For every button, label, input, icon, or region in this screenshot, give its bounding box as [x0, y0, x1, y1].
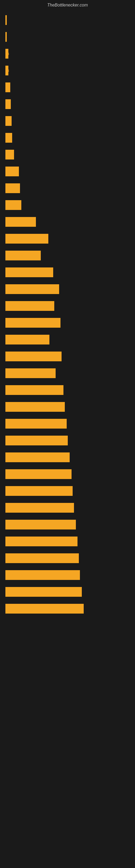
bar-label: Bo [7, 153, 11, 157]
bar [5, 15, 7, 25]
bar-label: Bott [7, 203, 13, 207]
bar: Bottleneck result [5, 453, 70, 462]
bar: Bottleneck result [5, 486, 73, 496]
bar-label: Bottleneck re [7, 338, 27, 342]
bar: Bo [5, 150, 14, 159]
bar-row: Bottleneck result [5, 567, 130, 584]
bar: Bottleneck resu [5, 268, 53, 277]
bar: Bottleneck result [5, 351, 61, 361]
bar-row: Bottleneck result [5, 584, 130, 600]
bar-row: Bottleneck resu [5, 365, 130, 382]
bar-label: Bottleneck re [7, 237, 27, 241]
bar-label: Bottleneck result [7, 439, 33, 443]
bar-row: Bottleneck result [5, 466, 130, 483]
bar-row: Bott [5, 163, 130, 180]
bar-label: Bottleneck result [7, 456, 33, 460]
bar-row: Bottleneck result [5, 399, 130, 415]
bar-row: Bottleneck result [5, 550, 130, 567]
bar-row: Bottlenec [5, 214, 130, 230]
bar-label: Bottleneck result [7, 573, 33, 577]
bar: B [5, 99, 11, 109]
bar-label: Bottleneck resu [7, 371, 31, 375]
bar-row: Bottleneck result [5, 533, 130, 550]
bar-row: B [5, 79, 130, 96]
bar: Bottleneck result [5, 469, 72, 479]
bar-label: Bottleneck result [7, 590, 33, 594]
bar-row: Bottleneck result [5, 499, 130, 516]
bar: Bottleneck result [5, 284, 59, 294]
bar-label: Bottleneck result [7, 506, 33, 510]
bar-label: Bottleneck result [7, 556, 33, 560]
bar-row: Bottleneck result [5, 348, 130, 365]
bar: Bottleneck result [5, 318, 60, 328]
bar-row: Bottleneck result [5, 449, 130, 466]
bar: Bottleneck result [5, 570, 80, 580]
bar-row: Bott [5, 180, 130, 197]
bar-label: Bottleneck result [7, 489, 33, 493]
bar-label: Bottleneck result [7, 405, 33, 409]
bar-label: Bottleneck resu [7, 271, 31, 275]
bar-row: B [5, 45, 130, 62]
bar: Bottleneck result [5, 536, 78, 546]
bar-row [5, 12, 130, 29]
bar-row: Bottleneck result [5, 415, 130, 432]
bar-row: Bottleneck result [5, 382, 130, 399]
bar-label: Bottlenec [7, 220, 21, 224]
bar: Bottleneck result [5, 436, 68, 445]
bar-row: Bo [5, 146, 130, 163]
bar [5, 32, 7, 42]
bar: Bottleneck result [5, 385, 63, 395]
bar: Bottleneck re [5, 335, 49, 344]
bar-row: B [5, 62, 130, 79]
bar-label: B [7, 86, 9, 90]
bar: Bottleneck result [5, 587, 82, 597]
bar: Bottleneck result [5, 503, 74, 513]
bar: Bottleneck resu [5, 301, 54, 311]
bar-label: B [7, 52, 9, 56]
bar-row: Bottleneck result [5, 600, 130, 617]
bar: Bottleneck [5, 251, 41, 260]
bar-row: Bottleneck re [5, 230, 130, 247]
bar: Bottleneck result [5, 419, 67, 429]
bar-label: B [7, 119, 9, 123]
bar: B [5, 49, 8, 59]
bar-label: B [7, 102, 9, 106]
bar-label: B [7, 69, 9, 73]
bar-label: Bottleneck result [7, 354, 33, 359]
bar: Bottleneck resu [5, 368, 56, 378]
bar-label: Bott [7, 169, 13, 174]
bar-row: Bottleneck re [5, 331, 130, 348]
bar-row: Bottleneck resu [5, 264, 130, 281]
bar: Bottleneck result [5, 520, 76, 529]
bar-label: Bottleneck result [7, 607, 33, 611]
bar: B [5, 133, 12, 143]
bar: Bott [5, 200, 21, 210]
bar-row: B [5, 96, 130, 113]
bar-row: Bott [5, 197, 130, 214]
bar-label: Bottleneck [7, 254, 23, 258]
bar-label: Bottleneck result [7, 539, 33, 544]
bar-row: Bottleneck [5, 247, 130, 264]
bar: Bott [5, 166, 19, 176]
bar-label: Bottleneck result [7, 523, 33, 527]
bar: B [5, 116, 12, 126]
bar-row: Bottleneck result [5, 281, 130, 298]
bar-row [5, 29, 130, 45]
bar: Bottleneck re [5, 234, 48, 244]
bar-row: Bottleneck result [5, 314, 130, 331]
bar: Bottlenec [5, 217, 36, 227]
bar-row: B [5, 113, 130, 129]
bar-label: Bottleneck result [7, 472, 33, 476]
bar: Bottleneck result [5, 604, 84, 614]
bar-row: Bottleneck result [5, 483, 130, 499]
bar-row: Bottleneck result [5, 432, 130, 449]
chart-area: BBBBBBBoBottBottBottBottlenecBottleneck … [0, 9, 135, 620]
bar-row: B [5, 129, 130, 146]
bar-label: Bottleneck result [7, 287, 33, 291]
bar-row: Bottleneck result [5, 516, 130, 533]
bar: B [5, 66, 8, 75]
bar-label: B [7, 136, 9, 140]
bar: Bott [5, 183, 20, 193]
bar-row: Bottleneck resu [5, 298, 130, 314]
bar: B [5, 83, 10, 92]
